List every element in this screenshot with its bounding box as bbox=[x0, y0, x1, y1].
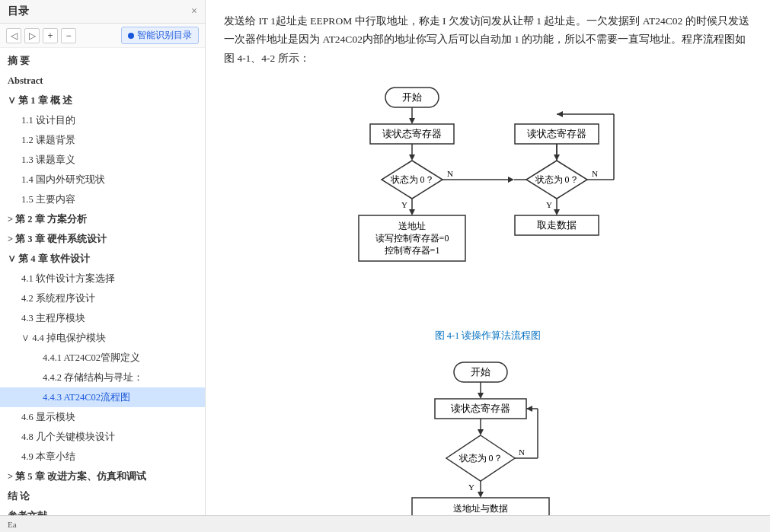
fc2-n-label: N bbox=[519, 448, 525, 457]
svg-marker-23 bbox=[554, 209, 560, 215]
nav-item-ch4[interactable]: ∨ 第 4 章 软件设计 bbox=[0, 249, 205, 269]
toolbar-icons: ◁ ▷ + − bbox=[6, 28, 76, 43]
fc1-read1: 读状态寄存器 bbox=[382, 128, 442, 139]
nav-item-ch1[interactable]: ∨ 第 1 章 概 述 bbox=[0, 91, 205, 110]
fc1-send-addr: 送地址 bbox=[398, 221, 426, 231]
toolbar-forward-button[interactable]: ▷ bbox=[24, 28, 40, 43]
nav-item-ch1-1[interactable]: 1.1 设计目的 bbox=[0, 110, 205, 130]
nav-item-references[interactable]: 参考文献 bbox=[0, 506, 205, 515]
status-bar: Ea bbox=[0, 515, 770, 532]
sidebar: 目录 × ◁ ▷ + − 智能识别目录 摘 要Abstract∨ 第 1 章 概… bbox=[0, 0, 206, 515]
fc2-diamond: 状态为 0？ bbox=[458, 453, 502, 464]
nav-item-conclusion[interactable]: 结 论 bbox=[0, 486, 205, 506]
nav-item-ch4-4-3[interactable]: 4.4.3 AT24C02流程图 bbox=[0, 387, 205, 407]
nav-item-ch4-4[interactable]: ∨ 4.4 掉电保护模块 bbox=[0, 328, 205, 348]
nav-item-abstract-en[interactable]: Abstract bbox=[0, 71, 205, 91]
nav-item-abstract-cn[interactable]: 摘 要 bbox=[0, 51, 205, 71]
svg-marker-37 bbox=[478, 492, 484, 498]
svg-marker-21 bbox=[557, 111, 563, 117]
intro-text: 发送给 IT 1起址走 EEPROM 中行取地址，称走 I 欠发访问发从让帮 1… bbox=[224, 12, 752, 68]
status-text: Ea bbox=[8, 520, 17, 529]
smart-toc-button[interactable]: 智能识别目录 bbox=[121, 27, 199, 44]
svg-marker-35 bbox=[526, 406, 532, 412]
fc1-diamond2: 状态为 0？ bbox=[534, 174, 578, 185]
main-layout: 目录 × ◁ ▷ + − 智能识别目录 摘 要Abstract∨ 第 1 章 概… bbox=[0, 0, 770, 515]
nav-item-ch4-8[interactable]: 4.8 几个关键模块设计 bbox=[0, 427, 205, 447]
nav-item-ch1-3[interactable]: 1.3 课题章义 bbox=[0, 150, 205, 170]
fc1-y2-label: Y bbox=[546, 200, 552, 209]
fc2-start: 开始 bbox=[471, 366, 490, 377]
flowchart1-svg: 开始 读状态寄存器 状态为 0？ N Y bbox=[343, 80, 633, 323]
sidebar-nav: 摘 要Abstract∨ 第 1 章 概 述1.1 设计目的1.2 课题背景1.… bbox=[0, 48, 205, 515]
fc2-read: 读状态寄存器 bbox=[451, 403, 510, 414]
fc1-y-label: Y bbox=[401, 200, 407, 209]
toolbar-expand-button[interactable]: + bbox=[43, 28, 58, 43]
fc1-take-data: 取走数据 bbox=[537, 220, 577, 231]
fc1-rw-ctrl: 读写控制寄存器=0 bbox=[375, 233, 449, 244]
nav-item-ch4-1[interactable]: 4.1 软件设计方案选择 bbox=[0, 269, 205, 288]
fc1-start: 开始 bbox=[402, 91, 422, 103]
nav-item-ch3[interactable]: > 第 3 章 硬件系统设计 bbox=[0, 229, 205, 249]
svg-marker-5 bbox=[409, 155, 415, 161]
nav-item-ch5[interactable]: > 第 5 章 改进方案、仿真和调试 bbox=[0, 467, 205, 486]
content-area: 发送给 IT 1起址走 EEPROM 中行取地址，称走 I 欠发访问发从让帮 1… bbox=[206, 0, 770, 515]
sidebar-title: 目录 bbox=[8, 5, 29, 18]
fc1-ctrl: 控制寄存器=1 bbox=[384, 245, 439, 256]
fc1-n-label: N bbox=[447, 169, 453, 178]
sidebar-toolbar: ◁ ▷ + − 智能识别目录 bbox=[0, 24, 205, 48]
nav-item-ch2[interactable]: > 第 2 章 方案分析 bbox=[0, 209, 205, 229]
svg-marker-10 bbox=[409, 209, 415, 215]
fc1-n2-label: N bbox=[592, 169, 598, 178]
fc2-y-label: Y bbox=[468, 483, 474, 492]
nav-item-ch1-5[interactable]: 1.5 主要内容 bbox=[0, 190, 205, 209]
svg-marker-30 bbox=[478, 429, 484, 435]
fc2-send1: 送地址与数据 bbox=[453, 503, 508, 514]
nav-item-ch4-2[interactable]: 4.2 系统程序设计 bbox=[0, 288, 205, 308]
nav-item-ch4-4-2[interactable]: 4.4.2 存储结构与寻址： bbox=[0, 368, 205, 387]
toolbar-back-button[interactable]: ◁ bbox=[6, 28, 21, 43]
svg-marker-27 bbox=[478, 393, 484, 399]
nav-item-ch4-9[interactable]: 4.9 本章小结 bbox=[0, 447, 205, 467]
nav-item-ch4-4-1[interactable]: 4.4.1 AT24C02管脚定义 bbox=[0, 348, 205, 368]
smart-toc-label: 智能识别目录 bbox=[137, 29, 192, 42]
svg-marker-2 bbox=[409, 118, 415, 124]
app-window: 目录 × ◁ ▷ + − 智能识别目录 摘 要Abstract∨ 第 1 章 概… bbox=[0, 0, 770, 532]
flowchart2-svg: 开始 读状态寄存器 状态为 0？ N bbox=[404, 355, 572, 515]
smart-toc-icon bbox=[128, 33, 134, 39]
nav-item-ch1-4[interactable]: 1.4 国内外研究现状 bbox=[0, 170, 205, 190]
fc1-diamond1: 状态为 0？ bbox=[389, 174, 433, 185]
nav-items-container: 摘 要Abstract∨ 第 1 章 概 述1.1 设计目的1.2 课题背景1.… bbox=[0, 51, 205, 515]
sidebar-header: 目录 × bbox=[0, 0, 205, 24]
close-button[interactable]: × bbox=[191, 5, 197, 18]
nav-item-ch1-2[interactable]: 1.2 课题背景 bbox=[0, 130, 205, 150]
nav-item-ch4-3[interactable]: 4.3 主程序模块 bbox=[0, 308, 205, 328]
fc1-read2: 读状态寄存器 bbox=[527, 128, 586, 139]
flowchart1-caption: 图 4-1 读操作算法流程图 bbox=[224, 330, 752, 342]
nav-item-ch4-6[interactable]: 4.6 显示模块 bbox=[0, 407, 205, 427]
svg-marker-8 bbox=[508, 177, 514, 183]
toolbar-collapse-button[interactable]: − bbox=[61, 28, 76, 43]
